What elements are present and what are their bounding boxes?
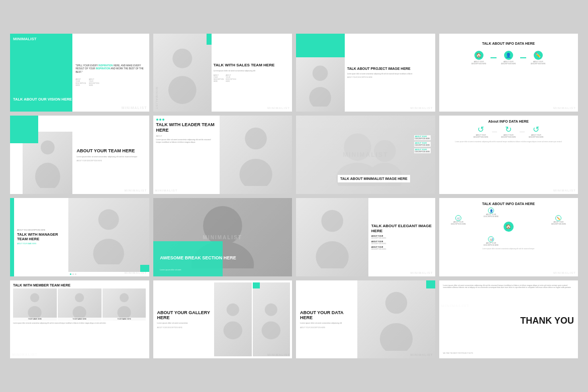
member-1-label: YOUR NAME HERE bbox=[13, 318, 57, 321]
svg-point-19 bbox=[28, 306, 42, 318]
slide-8-arrows: ↺ ABOUT YOUR DESCRIPTION HERE ↻ ABOUT YO… bbox=[443, 126, 574, 138]
svg-point-17 bbox=[316, 241, 348, 268]
slide-11-label3: ABOUT YOURDESCRIPTION HERE bbox=[371, 246, 432, 250]
node-top-label: ABOUT YOUR DESCRIPTION HERE bbox=[482, 214, 500, 218]
slide-6-title: TALK WITH LEADER TEAM HERE bbox=[156, 122, 217, 133]
dot2 bbox=[159, 119, 161, 121]
slide-2-title: TALK WITH SALES TEAM HERE bbox=[214, 63, 290, 68]
slide-12-diagram: 🏠 👤 ABOUT YOUR DESCRIPTION HERE ✏️ ABOUT… bbox=[443, 208, 574, 246]
slide-4-arrow2 bbox=[520, 57, 526, 58]
svg-point-2 bbox=[313, 66, 328, 81]
slide-14-desc: Lorem ipsum dolor sit amet consectetur bbox=[157, 322, 211, 325]
member-1: YOUR NAME HERE bbox=[13, 288, 57, 321]
slide-3-watermark: MINIMALIST bbox=[411, 107, 433, 110]
icon-person: 👤 bbox=[504, 51, 513, 60]
slide-11-label2: ABOUT YOURDESCRIPTION HERE bbox=[371, 241, 432, 245]
node-right: ✏️ ABOUT YOUR DESCRIPTION HERE bbox=[550, 215, 567, 225]
slide-15-left: ABOUT YOUR DATA HERE Lorem ipsum dolor s… bbox=[296, 280, 357, 359]
slide-3-content: TALK ABOUT PROJECT IMAGE HERE Lorem ipsu… bbox=[345, 34, 435, 112]
node-bottom: 📊 ABOUT YOUR DESCRIPTION HERE bbox=[482, 236, 500, 246]
slide-8: About INFO DATA HERE ↺ ABOUT YOUR DESCRI… bbox=[439, 116, 578, 194]
node-top: 👤 ABOUT YOUR DESCRIPTION HERE bbox=[482, 208, 500, 218]
slide-4-icon3: ✏️ ABOUT YOUR DESCRIPTION HERE bbox=[529, 51, 547, 65]
slide-12-title: TALK ABOUT INFO DATA HERE bbox=[443, 202, 574, 206]
slide-6-left: TALK WITH LEADER TEAM HERE ABOUT Lorem i… bbox=[153, 116, 220, 194]
slide-16-thankyou: THANK YOU bbox=[443, 316, 574, 325]
slide-2-watermark2: MINIMALIST bbox=[155, 87, 158, 110]
svg-point-20 bbox=[75, 293, 84, 302]
slide-3-teal bbox=[296, 34, 345, 57]
slide-15-teal-sq bbox=[426, 280, 435, 288]
slide-2-info1: ABOUTYOURDESCRIPTIONHERE bbox=[214, 74, 224, 82]
node-bottom-label: ABOUT YOUR DESCRIPTION HERE bbox=[482, 242, 500, 246]
node-right-icon: ✏️ bbox=[555, 215, 561, 221]
slide-5-title: ABOUT YOUR TEAM HERE bbox=[76, 148, 145, 154]
slide-16-subtitle: WE FIND THE BEST FOR PROJECT SUITS bbox=[443, 352, 574, 354]
member-3-label: YOUR NAME HERE bbox=[103, 318, 146, 321]
slide-16-title: THANK YOU bbox=[443, 316, 574, 325]
slide-9-left: ABOUT YOU DESCRIPTION HERE TALK WITH MAN… bbox=[10, 198, 68, 276]
slide-3-img bbox=[296, 57, 345, 112]
slide-8-watermark: MINIMALIST bbox=[553, 189, 576, 192]
slide-7-title: TALK ABOUT MINIMALIST IMAGE HERE bbox=[340, 176, 408, 181]
svg-point-22 bbox=[120, 293, 129, 302]
slide-7-label3: ABOUT YOURDESCRIPTION HERE bbox=[414, 148, 431, 153]
slide-14-title: ABOUT YOUR GALLERY HERE bbox=[157, 310, 211, 321]
slide-2-content: TALK WITH SALES TEAM HERE Lorem ipsum do… bbox=[212, 34, 292, 112]
curved-arrow-left2: ↺ bbox=[533, 126, 539, 134]
slide-9-teal-sq bbox=[140, 265, 149, 272]
slide-4-label2: ABOUT YOUR DESCRIPTION HERE bbox=[500, 61, 517, 65]
slide-2-image bbox=[153, 34, 212, 112]
slide-2-info2: ABOUTYOURDESCRIPTIONHERE bbox=[226, 74, 236, 82]
slide-4-icons: 🏠 ABOUT YOUR DESCRIPTION HERE 👤 ABOUT YO… bbox=[443, 51, 574, 65]
icon-home: 🏠 bbox=[474, 51, 483, 60]
slide-10-title: AWESOME BREAK SECTION HERE bbox=[160, 255, 236, 261]
slide-1-info1: ABOUTYOURDESCRIPTIONHERE bbox=[75, 78, 86, 86]
slide-2-teal-block bbox=[207, 34, 212, 45]
svg-point-1 bbox=[168, 76, 197, 104]
slide-8-lbl3: ABOUT YOUR DESCRIPTION HERE bbox=[527, 134, 545, 138]
svg-point-4 bbox=[41, 141, 55, 155]
member-3: YOUR NAME HERE bbox=[103, 288, 146, 321]
dot3 bbox=[162, 119, 164, 121]
slide-6-watermark: MINIMALIST bbox=[155, 189, 178, 192]
svg-point-7 bbox=[239, 159, 272, 186]
curved-arrow-left: ↺ bbox=[477, 126, 484, 134]
slide-5: ABOUT YOUR TEAM HERE Lorem ipsum dolor s… bbox=[10, 116, 149, 194]
slide-14-images bbox=[214, 280, 292, 359]
slide-10: AWESOME BREAK SECTION HERE Lorem ipsum d… bbox=[153, 198, 292, 276]
slide-11: TALK ABOUT ELEGANT IMAGE HERE ABOUT YOUR… bbox=[296, 198, 435, 276]
slide-4-label1: ABOUT YOUR DESCRIPTION HERE bbox=[470, 61, 487, 65]
slide-1-watermark: MINIMALIST bbox=[13, 37, 72, 41]
slide-9-label: ABOUT YOU DESCRIPTION HERE bbox=[17, 229, 66, 231]
slide-9-title: TALK WITH MANAGER TEAM HERE bbox=[17, 232, 66, 241]
slide-4-icon2: 👤 ABOUT YOUR DESCRIPTION HERE bbox=[500, 51, 517, 65]
slide-7: MINIMALIST TALK ABOUT MINIMALIST IMAGE H… bbox=[296, 116, 435, 194]
slide-5-left bbox=[10, 116, 72, 194]
slide-13-watermark: MINIMALIST bbox=[12, 353, 38, 356]
svg-point-3 bbox=[310, 87, 332, 106]
slide-2: TALK WITH SALES TEAM HERE Lorem ipsum do… bbox=[153, 34, 292, 112]
slide-13-title: TALK WITH MEMBER TEAM HERE bbox=[13, 283, 146, 287]
node-bottom-icon: 📊 bbox=[488, 236, 494, 242]
slide-8-lbl2: ABOUT YOUR DESCRIPTION HERE bbox=[500, 134, 517, 138]
node-right-label: ABOUT YOUR DESCRIPTION HERE bbox=[550, 221, 567, 225]
slide-15: ABOUT YOUR DATA HERE Lorem ipsum dolor s… bbox=[296, 280, 435, 359]
slide-16-desc: Lorem ipsum dolor sit amet consectetur a… bbox=[443, 284, 574, 289]
divider2 bbox=[520, 132, 525, 132]
slide-2-desc: Lorem ipsum dolor sit amet consectetur a… bbox=[214, 70, 290, 72]
slide-12-body: Lorem ipsum dolor sit amet consectetur a… bbox=[443, 248, 574, 250]
slide-3-desc: Lorem ipsum dolor sit amet consectetur a… bbox=[347, 73, 433, 75]
svg-point-0 bbox=[172, 49, 192, 68]
svg-point-12 bbox=[99, 209, 119, 230]
slide-14-img2 bbox=[253, 282, 290, 357]
slide-11-title: TALK ABOUT ELEGANT IMAGE HERE bbox=[371, 224, 432, 233]
slide-4-label3: ABOUT YOUR DESCRIPTION HERE bbox=[529, 61, 547, 65]
slide-13-desc: Lorem ipsum dolor sit amet consectetur a… bbox=[13, 322, 146, 324]
slide-8-item1: ↺ ABOUT YOUR DESCRIPTION HERE bbox=[472, 126, 489, 138]
slide-14-label: ABOUT YOUR DESCRIPTION HERE bbox=[157, 327, 211, 329]
slide-14: ABOUT YOUR GALLERY HERE Lorem ipsum dolo… bbox=[153, 280, 292, 359]
slide-13-members: YOUR NAME HERE YOUR NAME HERE YOUR NAME … bbox=[13, 288, 146, 321]
slide-8-item2: ↻ ABOUT YOUR DESCRIPTION HERE bbox=[500, 126, 517, 138]
slide-8-body: Lorem ipsum dolor sit amet consectetur a… bbox=[443, 141, 574, 143]
